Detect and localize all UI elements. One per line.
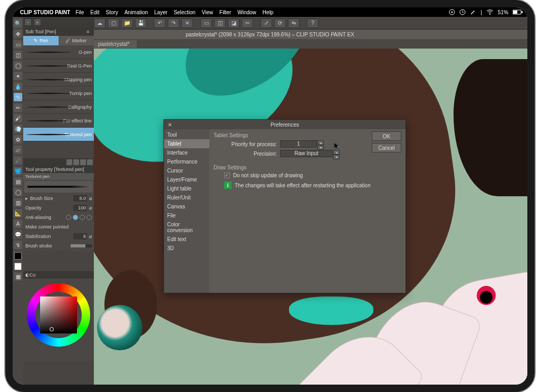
rotate-icon[interactable]: ⟳ [274, 18, 286, 28]
pref-cat-tablet[interactable]: Tablet [164, 139, 209, 148]
menu-help[interactable]: Help [263, 9, 274, 15]
brush-item[interactable]: G-pen [23, 45, 94, 59]
undo-icon[interactable]: ↶ [154, 18, 166, 28]
new-icon[interactable]: ▢ [108, 18, 119, 28]
crop-icon[interactable]: ✂ [242, 18, 253, 28]
pref-cat-layer[interactable]: Layer/Frame [164, 175, 209, 184]
save-icon[interactable]: 💾 [135, 18, 147, 28]
pref-cat-performance[interactable]: Performance [164, 157, 209, 166]
invert-icon[interactable]: ◪ [228, 18, 239, 28]
menu-animation[interactable]: Animation [124, 9, 148, 15]
balloon-tool-icon[interactable]: 💬 [14, 230, 22, 238]
wifi-icon[interactable] [486, 9, 494, 15]
aa-option[interactable] [66, 215, 71, 220]
app-name[interactable]: CLIP STUDIO PAINT [20, 9, 70, 15]
decoration-tool-icon[interactable]: ✿ [14, 135, 22, 144]
history-icon[interactable] [459, 9, 466, 15]
help-icon[interactable]: ? [307, 18, 319, 28]
spinner[interactable]: ▴▾ [333, 150, 340, 158]
brush-stroke-slider[interactable] [71, 244, 92, 247]
cloud-icon[interactable]: ☁ [94, 18, 105, 28]
correct-tool-icon[interactable]: ↯ [14, 241, 22, 249]
arrow-icon[interactable]: ▸ [25, 196, 28, 201]
aa-option[interactable] [86, 215, 92, 220]
spinner[interactable]: ▴▾ [317, 140, 324, 149]
sv-box[interactable] [40, 297, 77, 333]
document-tab[interactable]: pastelcrystal* [94, 40, 137, 48]
brush-item[interactable]: For effect line [23, 114, 94, 128]
menu-edit[interactable]: Edit [90, 9, 99, 15]
close-icon[interactable]: ✕ [166, 121, 173, 128]
eyedropper-tool-icon[interactable]: 💧 [14, 82, 22, 91]
pen-tool-icon[interactable]: ✎ [14, 93, 22, 101]
color-wheel-icon[interactable]: ◐ [25, 272, 30, 278]
lasso-tool-icon[interactable]: ◯ [14, 61, 22, 70]
cancel-button[interactable]: Cancel [372, 143, 401, 152]
aa-option[interactable] [73, 215, 78, 220]
pref-cat-canvas[interactable]: Canvas [164, 202, 209, 211]
select-icon[interactable]: ▭ [200, 18, 212, 28]
text-tool-icon[interactable]: A [14, 219, 22, 228]
airbrush-tool-icon[interactable]: 💨 [14, 125, 22, 133]
foreground-swatch[interactable] [14, 252, 22, 260]
tp-icon[interactable] [87, 159, 93, 165]
quick-access-icon[interactable] [477, 286, 496, 305]
brush-item[interactable]: Turnip pen [23, 87, 94, 100]
pref-cat-file[interactable]: File [164, 211, 209, 220]
flip-icon[interactable]: ⇋ [288, 18, 300, 28]
brush-size-value[interactable]: 8.0 [73, 195, 87, 202]
subtool-tab-pen[interactable]: ✎ Pen [23, 36, 59, 45]
menu-file[interactable]: File [75, 9, 84, 15]
tp-icon[interactable] [66, 159, 72, 165]
brush-item[interactable]: Real G-Pen [23, 59, 94, 73]
pref-cat-cursor[interactable]: Cursor [164, 166, 209, 175]
pencil-tool-icon[interactable]: ✏ [14, 103, 22, 112]
aa-option[interactable] [80, 215, 85, 220]
menu-selection[interactable]: Selection [173, 9, 195, 15]
priority-input[interactable]: 1 ▴▾ [280, 140, 317, 148]
stabilization-value[interactable]: 6 [73, 233, 87, 240]
edit-icon[interactable] [470, 9, 476, 15]
wand-tool-icon[interactable]: ✦ [14, 72, 22, 80]
tp-icon[interactable] [80, 159, 86, 165]
frame-tool-icon[interactable]: ▥ [14, 198, 22, 207]
marquee-tool-icon[interactable]: ◫ [14, 51, 22, 59]
fill-tool-icon[interactable]: 🪣 [14, 167, 22, 175]
gradient-tool-icon[interactable]: ▤ [14, 177, 22, 186]
ruler-tool-icon[interactable]: 📐 [14, 209, 22, 217]
menu-layer[interactable]: Layer [154, 9, 167, 15]
pref-cat-color[interactable]: Color conversion [164, 220, 209, 235]
pref-cat-lighttable[interactable]: Light table [164, 184, 209, 193]
sync-icon[interactable] [449, 9, 455, 15]
skip-update-checkbox[interactable]: ✓ [224, 173, 230, 178]
zoom-tool-icon[interactable]: 🔍 [14, 19, 22, 27]
operation-tool-icon[interactable]: ▭ [14, 40, 22, 49]
pref-cat-interface[interactable]: Interface [164, 148, 209, 157]
pref-cat-ruler[interactable]: Ruler/Unit [164, 193, 209, 202]
collapse-icon[interactable]: « [34, 18, 41, 26]
subtool-tab-marker[interactable]: 🖊 Marker [59, 36, 94, 45]
open-icon[interactable]: 📁 [121, 18, 133, 28]
pref-cat-tool[interactable]: Tool [164, 130, 209, 139]
pref-cat-text[interactable]: Edit text [164, 235, 209, 244]
tp-icon[interactable] [73, 159, 79, 165]
menu-window[interactable]: Window [237, 9, 256, 15]
pref-cat-3d[interactable]: 3D [164, 244, 209, 253]
opacity-value[interactable]: 100 [73, 205, 87, 211]
ok-button[interactable]: OK [372, 131, 401, 141]
precision-select[interactable]: Raw Input ▴▾ [280, 150, 333, 157]
menu-story[interactable]: Story [106, 9, 118, 15]
move-tool-icon[interactable]: ✥ [14, 30, 22, 38]
eraser-tool-icon[interactable]: ▱ [14, 146, 22, 154]
scale-icon[interactable]: ⤢ [261, 18, 272, 28]
link-icon[interactable]: ⌀ [89, 234, 92, 239]
brush-item[interactable]: Textured pen [23, 128, 94, 141]
clear-icon[interactable]: ✕ [181, 18, 193, 28]
background-swatch[interactable] [14, 263, 22, 270]
brush-item[interactable]: Calligraphy [23, 100, 94, 114]
menu-view[interactable]: View [202, 9, 214, 15]
figure-tool-icon[interactable]: ◯ [14, 188, 22, 196]
deselect-icon[interactable]: ◫ [214, 18, 226, 28]
blend-tool-icon[interactable]: ☄ [14, 156, 22, 165]
collapse-icon[interactable]: ‹ [24, 18, 32, 26]
